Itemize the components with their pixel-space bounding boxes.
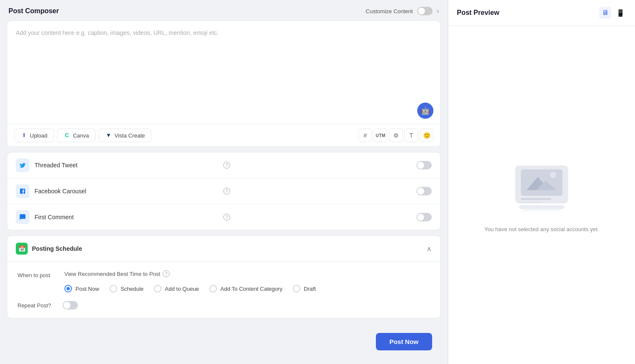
radio-add-to-content-category[interactable]	[209, 285, 217, 292]
canva-icon: C	[64, 132, 70, 139]
preview-header: Post Preview 🖥 📱	[448, 0, 635, 26]
schedule-body: When to post View Recommended Best Time …	[7, 262, 440, 318]
customize-toggle[interactable]	[417, 7, 433, 15]
repeat-post-label: Repeat Post?	[17, 302, 56, 309]
option-post-now[interactable]: Post Now	[64, 285, 99, 292]
page-title: Post Composer	[9, 7, 59, 15]
first-comment-platform-icon	[16, 210, 29, 224]
threaded-tweet-label: Threaded Tweet	[35, 162, 221, 169]
link-button[interactable]: ⚙	[389, 129, 403, 142]
text-format-button[interactable]: T	[404, 129, 418, 142]
twitter-icon	[16, 158, 29, 172]
first-comment-row: First Comment ?	[7, 204, 440, 230]
first-comment-toggle[interactable]	[416, 213, 432, 221]
upload-icon: ⬆	[20, 132, 27, 139]
option-draft[interactable]: Draft	[293, 285, 316, 292]
first-comment-help-icon[interactable]: ?	[223, 214, 230, 221]
preview-panel: Post Preview 🖥 📱	[448, 0, 635, 364]
repeat-post-toggle[interactable]	[63, 301, 78, 310]
mobile-icon[interactable]: 📱	[615, 7, 626, 19]
facebook-carousel-label: Facebook Carousel	[35, 188, 221, 195]
recommended-help-icon[interactable]: ?	[163, 270, 170, 277]
composer-card: 🤖 ⬆ Upload C Canva ▼ Vista Create	[7, 20, 441, 147]
facebook-carousel-toggle[interactable]	[416, 187, 432, 195]
hashtag-button[interactable]: #	[358, 129, 372, 142]
posting-schedule-card: 📅 Posting Schedule ∧ When to post View R…	[7, 235, 441, 318]
customize-label: Customize Content	[366, 8, 413, 14]
collapse-button[interactable]: ∧	[427, 245, 432, 253]
text-icon: T	[410, 132, 413, 139]
svg-rect-6	[521, 201, 542, 203]
no-accounts-message: You have not selected any social account…	[484, 226, 599, 232]
radio-add-to-queue[interactable]	[154, 285, 162, 292]
facebook-icon	[16, 184, 29, 198]
preview-title: Post Preview	[457, 9, 499, 17]
canva-button[interactable]: C Canva	[57, 129, 95, 142]
recommended-best-time-link[interactable]: View Recommended Best Time to Post ?	[64, 270, 316, 277]
threaded-tweet-toggle[interactable]	[416, 161, 432, 169]
features-card: Threaded Tweet ? Facebook Carousel ? Fir…	[7, 152, 441, 230]
when-to-post-label: When to post	[17, 270, 56, 278]
radio-draft[interactable]	[293, 285, 300, 292]
device-switcher: 🖥 📱	[599, 7, 626, 19]
posting-options: Post Now Schedule Add to Queue	[64, 285, 316, 292]
option-add-to-content-category[interactable]: Add To Content Category	[209, 285, 283, 292]
repeat-post-row: Repeat Post?	[17, 301, 430, 310]
hashtag-icon: #	[364, 132, 367, 139]
preview-illustration	[503, 158, 580, 226]
utm-button[interactable]: UTM	[374, 129, 387, 142]
facebook-carousel-row: Facebook Carousel ?	[7, 178, 440, 204]
composer-toolbar: ⬆ Upload C Canva ▼ Vista Create #	[7, 124, 440, 146]
bottom-action-bar: Post Now	[7, 326, 441, 357]
first-comment-label: First Comment	[35, 214, 221, 221]
svg-rect-5	[521, 198, 551, 200]
preview-content: You have not selected any social account…	[448, 26, 635, 364]
schedule-icon: 📅	[16, 243, 28, 255]
ai-robot-button[interactable]: 🤖	[417, 103, 433, 119]
emoji-icon: 🙂	[423, 132, 430, 139]
link-icon: ⚙	[393, 132, 399, 139]
option-schedule[interactable]: Schedule	[110, 285, 144, 292]
composer-textarea[interactable]	[7, 21, 440, 97]
threaded-tweet-help-icon[interactable]: ?	[223, 162, 230, 169]
option-add-to-queue[interactable]: Add to Queue	[154, 285, 199, 292]
facebook-carousel-help-icon[interactable]: ?	[223, 188, 230, 195]
desktop-icon[interactable]: 🖥	[599, 7, 611, 19]
svg-point-4	[550, 172, 556, 178]
upload-button[interactable]: ⬆ Upload	[14, 129, 54, 142]
threaded-tweet-row: Threaded Tweet ?	[7, 152, 440, 178]
emoji-button[interactable]: 🙂	[420, 129, 433, 142]
chevron-right-icon[interactable]: ›	[437, 7, 439, 15]
radio-post-now[interactable]	[64, 285, 72, 292]
vista-icon: ▼	[105, 132, 112, 139]
post-now-button[interactable]: Post Now	[376, 333, 432, 350]
utm-icon: UTM	[375, 133, 385, 138]
svg-rect-8	[523, 208, 561, 211]
vista-create-button[interactable]: ▼ Vista Create	[99, 129, 151, 142]
schedule-title: Posting Schedule	[32, 245, 82, 252]
radio-schedule[interactable]	[110, 285, 117, 292]
schedule-header: 📅 Posting Schedule ∧	[7, 236, 440, 262]
